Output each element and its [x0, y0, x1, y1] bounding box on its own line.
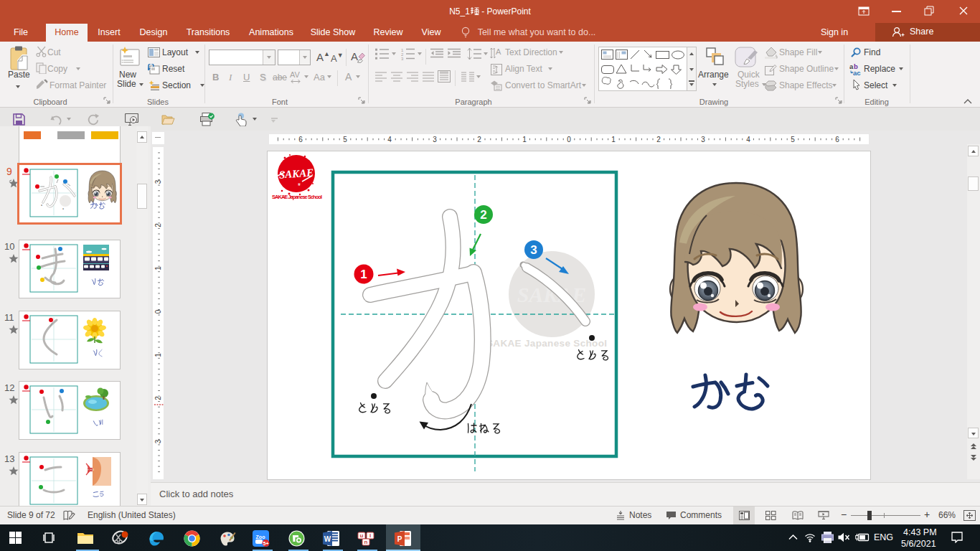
svg-text:●: ● — [41, 204, 42, 207]
svg-text:1: 1 — [401, 48, 404, 52]
svg-text:5: 5 — [343, 136, 347, 143]
svg-text:u: u — [360, 532, 364, 539]
svg-text:SAKAE Japanese School: SAKAE Japanese School — [486, 338, 607, 349]
svg-text:4: 4 — [387, 136, 392, 143]
svg-text:6: 6 — [298, 136, 303, 143]
svg-text:0: 0 — [154, 309, 162, 314]
svg-text:1: 1 — [611, 136, 616, 143]
svg-text:3: 3 — [401, 57, 404, 60]
svg-text:3: 3 — [433, 136, 437, 143]
svg-text:1: 1 — [522, 136, 527, 143]
svg-text:2: 2 — [154, 223, 162, 227]
svg-text:3: 3 — [530, 243, 537, 257]
svg-text:2: 2 — [656, 136, 661, 143]
svg-text:3: 3 — [701, 136, 705, 143]
svg-text:2: 2 — [477, 136, 481, 143]
svg-text:5+: 5+ — [263, 541, 269, 546]
svg-text:5: 5 — [791, 136, 795, 143]
svg-text:SAKAE Japanese School: SAKAE Japanese School — [272, 194, 322, 200]
svg-text:i: i — [369, 532, 371, 539]
svg-text:1: 1 — [360, 268, 367, 281]
svg-text:1: 1 — [154, 353, 162, 357]
svg-text:6: 6 — [835, 136, 839, 143]
svg-text:A: A — [351, 50, 358, 62]
svg-text:3: 3 — [154, 439, 162, 443]
svg-text:W: W — [324, 535, 331, 543]
svg-text:1: 1 — [154, 266, 162, 270]
svg-text:0: 0 — [567, 136, 571, 143]
svg-text:A: A — [496, 47, 501, 56]
svg-text:n: n — [364, 539, 368, 545]
svg-text:*: * — [298, 182, 301, 190]
svg-text:●: ● — [62, 207, 64, 210]
svg-text:4: 4 — [746, 136, 750, 143]
svg-text:3: 3 — [154, 179, 162, 184]
svg-text:SAKAE: SAKAE — [278, 166, 314, 180]
svg-text:WORD: WORD — [86, 468, 95, 471]
svg-text:P: P — [397, 535, 402, 543]
svg-text:2: 2 — [154, 396, 162, 400]
svg-text:2: 2 — [480, 208, 486, 222]
svg-text:Zoo: Zoo — [256, 534, 265, 540]
svg-text:ac: ac — [853, 69, 861, 76]
